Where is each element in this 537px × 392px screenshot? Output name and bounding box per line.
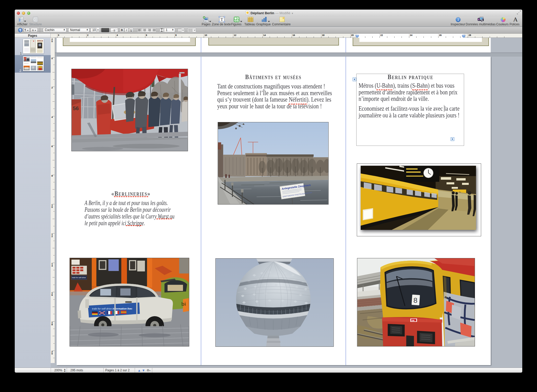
svg-text:T: T: [221, 17, 223, 22]
svg-text:bi: bi: [181, 301, 186, 307]
svg-text:trabi for self-drive informati: trabi for self-drive information live:: [92, 307, 133, 310]
svg-text:8: 8: [413, 296, 417, 304]
svg-text:DB: DB: [412, 319, 414, 322]
svg-text:i: i: [458, 18, 459, 22]
svg-text:trabi for self-drive: trabi for self-drive: [72, 277, 86, 278]
